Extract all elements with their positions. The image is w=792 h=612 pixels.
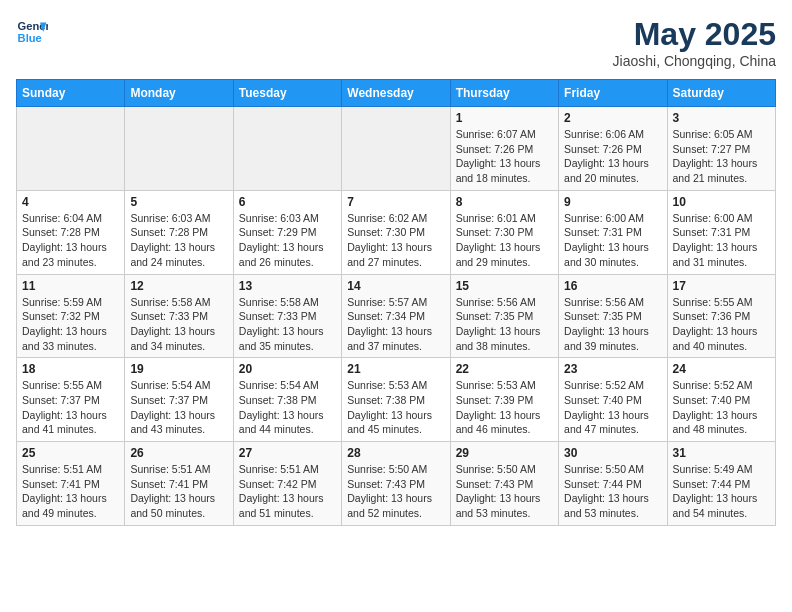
day-info: Sunrise: 5:53 AM Sunset: 7:38 PM Dayligh… <box>347 378 444 437</box>
day-info: Sunrise: 6:03 AM Sunset: 7:29 PM Dayligh… <box>239 211 336 270</box>
day-number: 16 <box>564 279 661 293</box>
day-number: 21 <box>347 362 444 376</box>
table-row: 11Sunrise: 5:59 AM Sunset: 7:32 PM Dayli… <box>17 274 125 358</box>
table-row: 1Sunrise: 6:07 AM Sunset: 7:26 PM Daylig… <box>450 107 558 191</box>
calendar-table: Sunday Monday Tuesday Wednesday Thursday… <box>16 79 776 526</box>
day-number: 22 <box>456 362 553 376</box>
header-area: General Blue May 2025 Jiaoshi, Chongqing… <box>16 16 776 69</box>
day-number: 8 <box>456 195 553 209</box>
col-tuesday: Tuesday <box>233 80 341 107</box>
col-friday: Friday <box>559 80 667 107</box>
table-row: 16Sunrise: 5:56 AM Sunset: 7:35 PM Dayli… <box>559 274 667 358</box>
calendar-week-row: 1Sunrise: 6:07 AM Sunset: 7:26 PM Daylig… <box>17 107 776 191</box>
day-info: Sunrise: 5:55 AM Sunset: 7:36 PM Dayligh… <box>673 295 770 354</box>
day-info: Sunrise: 5:57 AM Sunset: 7:34 PM Dayligh… <box>347 295 444 354</box>
day-info: Sunrise: 5:51 AM Sunset: 7:41 PM Dayligh… <box>22 462 119 521</box>
day-info: Sunrise: 5:50 AM Sunset: 7:43 PM Dayligh… <box>456 462 553 521</box>
col-saturday: Saturday <box>667 80 775 107</box>
table-row: 5Sunrise: 6:03 AM Sunset: 7:28 PM Daylig… <box>125 190 233 274</box>
table-row: 9Sunrise: 6:00 AM Sunset: 7:31 PM Daylig… <box>559 190 667 274</box>
day-number: 9 <box>564 195 661 209</box>
calendar-week-row: 25Sunrise: 5:51 AM Sunset: 7:41 PM Dayli… <box>17 442 776 526</box>
day-number: 24 <box>673 362 770 376</box>
day-number: 26 <box>130 446 227 460</box>
day-number: 11 <box>22 279 119 293</box>
day-number: 2 <box>564 111 661 125</box>
day-info: Sunrise: 5:58 AM Sunset: 7:33 PM Dayligh… <box>239 295 336 354</box>
table-row: 15Sunrise: 5:56 AM Sunset: 7:35 PM Dayli… <box>450 274 558 358</box>
main-title: May 2025 <box>613 16 776 53</box>
day-info: Sunrise: 6:03 AM Sunset: 7:28 PM Dayligh… <box>130 211 227 270</box>
day-info: Sunrise: 5:52 AM Sunset: 7:40 PM Dayligh… <box>564 378 661 437</box>
table-row: 3Sunrise: 6:05 AM Sunset: 7:27 PM Daylig… <box>667 107 775 191</box>
subtitle: Jiaoshi, Chongqing, China <box>613 53 776 69</box>
day-info: Sunrise: 5:54 AM Sunset: 7:38 PM Dayligh… <box>239 378 336 437</box>
day-number: 25 <box>22 446 119 460</box>
table-row <box>125 107 233 191</box>
table-row: 12Sunrise: 5:58 AM Sunset: 7:33 PM Dayli… <box>125 274 233 358</box>
table-row: 19Sunrise: 5:54 AM Sunset: 7:37 PM Dayli… <box>125 358 233 442</box>
day-info: Sunrise: 6:00 AM Sunset: 7:31 PM Dayligh… <box>673 211 770 270</box>
day-info: Sunrise: 5:55 AM Sunset: 7:37 PM Dayligh… <box>22 378 119 437</box>
calendar-week-row: 18Sunrise: 5:55 AM Sunset: 7:37 PM Dayli… <box>17 358 776 442</box>
day-number: 13 <box>239 279 336 293</box>
table-row: 10Sunrise: 6:00 AM Sunset: 7:31 PM Dayli… <box>667 190 775 274</box>
table-row: 6Sunrise: 6:03 AM Sunset: 7:29 PM Daylig… <box>233 190 341 274</box>
table-row: 14Sunrise: 5:57 AM Sunset: 7:34 PM Dayli… <box>342 274 450 358</box>
day-info: Sunrise: 5:54 AM Sunset: 7:37 PM Dayligh… <box>130 378 227 437</box>
col-thursday: Thursday <box>450 80 558 107</box>
day-number: 12 <box>130 279 227 293</box>
day-number: 5 <box>130 195 227 209</box>
day-info: Sunrise: 5:51 AM Sunset: 7:42 PM Dayligh… <box>239 462 336 521</box>
day-number: 28 <box>347 446 444 460</box>
table-row: 18Sunrise: 5:55 AM Sunset: 7:37 PM Dayli… <box>17 358 125 442</box>
col-wednesday: Wednesday <box>342 80 450 107</box>
day-number: 29 <box>456 446 553 460</box>
day-number: 1 <box>456 111 553 125</box>
day-info: Sunrise: 6:07 AM Sunset: 7:26 PM Dayligh… <box>456 127 553 186</box>
day-number: 7 <box>347 195 444 209</box>
day-info: Sunrise: 6:05 AM Sunset: 7:27 PM Dayligh… <box>673 127 770 186</box>
day-number: 6 <box>239 195 336 209</box>
day-info: Sunrise: 5:50 AM Sunset: 7:44 PM Dayligh… <box>564 462 661 521</box>
day-number: 23 <box>564 362 661 376</box>
day-info: Sunrise: 5:56 AM Sunset: 7:35 PM Dayligh… <box>564 295 661 354</box>
day-info: Sunrise: 6:01 AM Sunset: 7:30 PM Dayligh… <box>456 211 553 270</box>
day-number: 27 <box>239 446 336 460</box>
table-row <box>17 107 125 191</box>
table-row: 27Sunrise: 5:51 AM Sunset: 7:42 PM Dayli… <box>233 442 341 526</box>
day-number: 3 <box>673 111 770 125</box>
day-number: 31 <box>673 446 770 460</box>
calendar-week-row: 11Sunrise: 5:59 AM Sunset: 7:32 PM Dayli… <box>17 274 776 358</box>
day-info: Sunrise: 5:58 AM Sunset: 7:33 PM Dayligh… <box>130 295 227 354</box>
logo-icon: General Blue <box>16 16 48 48</box>
table-row: 22Sunrise: 5:53 AM Sunset: 7:39 PM Dayli… <box>450 358 558 442</box>
day-number: 17 <box>673 279 770 293</box>
day-number: 15 <box>456 279 553 293</box>
table-row: 31Sunrise: 5:49 AM Sunset: 7:44 PM Dayli… <box>667 442 775 526</box>
day-info: Sunrise: 5:53 AM Sunset: 7:39 PM Dayligh… <box>456 378 553 437</box>
table-row <box>233 107 341 191</box>
table-row: 13Sunrise: 5:58 AM Sunset: 7:33 PM Dayli… <box>233 274 341 358</box>
day-number: 14 <box>347 279 444 293</box>
day-info: Sunrise: 5:50 AM Sunset: 7:43 PM Dayligh… <box>347 462 444 521</box>
table-row: 8Sunrise: 6:01 AM Sunset: 7:30 PM Daylig… <box>450 190 558 274</box>
title-area: May 2025 Jiaoshi, Chongqing, China <box>613 16 776 69</box>
calendar-header-row: Sunday Monday Tuesday Wednesday Thursday… <box>17 80 776 107</box>
day-number: 10 <box>673 195 770 209</box>
table-row: 23Sunrise: 5:52 AM Sunset: 7:40 PM Dayli… <box>559 358 667 442</box>
logo: General Blue <box>16 16 48 48</box>
svg-text:Blue: Blue <box>18 32 42 44</box>
col-monday: Monday <box>125 80 233 107</box>
day-number: 18 <box>22 362 119 376</box>
col-sunday: Sunday <box>17 80 125 107</box>
table-row: 26Sunrise: 5:51 AM Sunset: 7:41 PM Dayli… <box>125 442 233 526</box>
day-info: Sunrise: 5:49 AM Sunset: 7:44 PM Dayligh… <box>673 462 770 521</box>
table-row <box>342 107 450 191</box>
table-row: 24Sunrise: 5:52 AM Sunset: 7:40 PM Dayli… <box>667 358 775 442</box>
table-row: 17Sunrise: 5:55 AM Sunset: 7:36 PM Dayli… <box>667 274 775 358</box>
day-number: 19 <box>130 362 227 376</box>
day-number: 4 <box>22 195 119 209</box>
day-info: Sunrise: 6:02 AM Sunset: 7:30 PM Dayligh… <box>347 211 444 270</box>
table-row: 21Sunrise: 5:53 AM Sunset: 7:38 PM Dayli… <box>342 358 450 442</box>
